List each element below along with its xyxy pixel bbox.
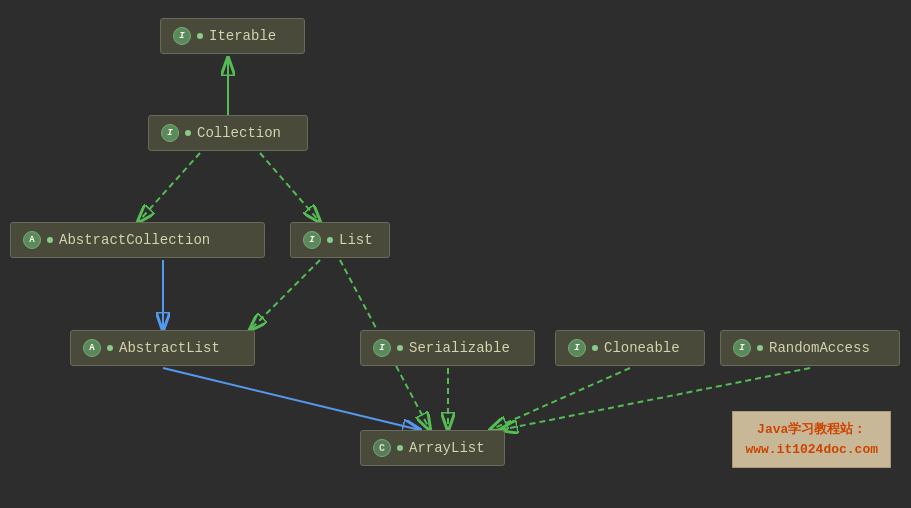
node-list-label: List bbox=[339, 232, 373, 248]
svg-line-1 bbox=[138, 153, 200, 222]
node-serializable: I Serializable bbox=[360, 330, 535, 366]
dot-icon bbox=[47, 237, 53, 243]
node-array-list: C ArrayList bbox=[360, 430, 505, 466]
class-icon: C bbox=[373, 439, 391, 457]
interface-icon: I bbox=[161, 124, 179, 142]
watermark-line2: www.it1024doc.com bbox=[745, 440, 878, 460]
dot-icon bbox=[757, 345, 763, 351]
node-iterable-label: Iterable bbox=[209, 28, 276, 44]
svg-line-2 bbox=[260, 153, 320, 222]
dot-icon bbox=[592, 345, 598, 351]
dot-icon bbox=[397, 445, 403, 451]
node-collection-label: Collection bbox=[197, 125, 281, 141]
diagram-container: I Iterable I Collection A AbstractCollec… bbox=[0, 0, 911, 508]
interface-icon: I bbox=[568, 339, 586, 357]
dot-icon bbox=[327, 237, 333, 243]
svg-line-8 bbox=[490, 368, 630, 430]
svg-line-5 bbox=[163, 368, 420, 430]
interface-icon: I bbox=[733, 339, 751, 357]
dot-icon bbox=[397, 345, 403, 351]
interface-icon: I bbox=[373, 339, 391, 357]
node-iterable: I Iterable bbox=[160, 18, 305, 54]
node-list: I List bbox=[290, 222, 390, 258]
node-collection: I Collection bbox=[148, 115, 308, 151]
dot-icon bbox=[107, 345, 113, 351]
node-abstract-list: A AbstractList bbox=[70, 330, 255, 366]
dot-icon bbox=[185, 130, 191, 136]
node-cloneable-label: Cloneable bbox=[604, 340, 680, 356]
node-random-access: I RandomAccess bbox=[720, 330, 900, 366]
node-random-access-label: RandomAccess bbox=[769, 340, 870, 356]
watermark-line1: Java学习教程站： bbox=[745, 420, 878, 440]
abstract-icon: A bbox=[23, 231, 41, 249]
svg-line-4 bbox=[250, 260, 320, 330]
abstract-icon: A bbox=[83, 339, 101, 357]
node-cloneable: I Cloneable bbox=[555, 330, 705, 366]
node-array-list-label: ArrayList bbox=[409, 440, 485, 456]
interface-icon: I bbox=[173, 27, 191, 45]
node-serializable-label: Serializable bbox=[409, 340, 510, 356]
node-abstract-collection-label: AbstractCollection bbox=[59, 232, 210, 248]
node-abstract-collection: A AbstractCollection bbox=[10, 222, 265, 258]
node-abstract-list-label: AbstractList bbox=[119, 340, 220, 356]
dot-icon bbox=[197, 33, 203, 39]
watermark: Java学习教程站： www.it1024doc.com bbox=[732, 411, 891, 468]
interface-icon: I bbox=[303, 231, 321, 249]
